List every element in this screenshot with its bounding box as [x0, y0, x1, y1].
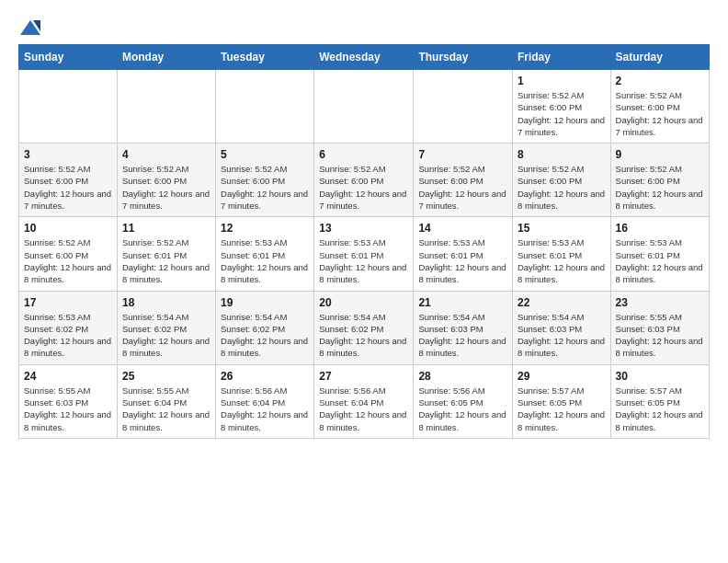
day-info: Sunrise: 5:55 AM Sunset: 6:03 PM Dayligh… [616, 311, 704, 360]
calendar-cell: 1Sunrise: 5:52 AM Sunset: 6:00 PM Daylig… [512, 70, 610, 144]
calendar-cell: 24Sunrise: 5:55 AM Sunset: 6:03 PM Dayli… [19, 364, 118, 438]
day-number: 13 [319, 222, 408, 235]
logo [18, 18, 40, 35]
calendar-cell: 15Sunrise: 5:53 AM Sunset: 6:01 PM Dayli… [512, 217, 610, 291]
day-number: 12 [221, 222, 309, 235]
day-number: 29 [518, 370, 606, 383]
day-number: 17 [24, 296, 112, 309]
day-info: Sunrise: 5:57 AM Sunset: 6:05 PM Dayligh… [518, 385, 606, 433]
calendar-cell: 22Sunrise: 5:54 AM Sunset: 6:03 PM Dayli… [512, 291, 610, 364]
calendar-cell: 27Sunrise: 5:56 AM Sunset: 6:04 PM Dayli… [314, 364, 414, 438]
day-number: 8 [518, 148, 606, 161]
day-info: Sunrise: 5:56 AM Sunset: 6:04 PM Dayligh… [319, 385, 408, 433]
calendar-cell [19, 70, 118, 144]
page-header [18, 18, 710, 35]
day-number: 11 [122, 222, 210, 235]
calendar-cell: 8Sunrise: 5:52 AM Sunset: 6:00 PM Daylig… [512, 144, 610, 217]
day-info: Sunrise: 5:52 AM Sunset: 6:00 PM Dayligh… [616, 163, 704, 212]
calendar-cell: 25Sunrise: 5:55 AM Sunset: 6:04 PM Dayli… [117, 364, 215, 438]
day-number: 1 [518, 75, 606, 87]
calendar-cell: 16Sunrise: 5:53 AM Sunset: 6:01 PM Dayli… [610, 217, 709, 291]
calendar-header-saturday: Saturday [610, 45, 709, 70]
day-number: 16 [616, 222, 704, 235]
day-number: 21 [418, 296, 507, 309]
day-info: Sunrise: 5:55 AM Sunset: 6:04 PM Dayligh… [122, 385, 210, 433]
day-number: 26 [221, 370, 309, 383]
calendar-cell: 6Sunrise: 5:52 AM Sunset: 6:00 PM Daylig… [314, 144, 414, 217]
day-number: 5 [221, 148, 309, 161]
day-info: Sunrise: 5:52 AM Sunset: 6:00 PM Dayligh… [518, 163, 606, 212]
day-number: 23 [616, 296, 704, 309]
day-number: 2 [616, 75, 704, 87]
calendar-cell [414, 70, 513, 144]
calendar-cell: 28Sunrise: 5:56 AM Sunset: 6:05 PM Dayli… [414, 364, 513, 438]
calendar-cell [216, 70, 314, 144]
day-info: Sunrise: 5:53 AM Sunset: 6:01 PM Dayligh… [221, 236, 309, 285]
calendar-week-row: 1Sunrise: 5:52 AM Sunset: 6:00 PM Daylig… [19, 70, 710, 144]
day-info: Sunrise: 5:52 AM Sunset: 6:00 PM Dayligh… [122, 163, 210, 212]
day-number: 22 [518, 296, 606, 309]
day-info: Sunrise: 5:54 AM Sunset: 6:02 PM Dayligh… [221, 311, 309, 360]
day-info: Sunrise: 5:57 AM Sunset: 6:05 PM Dayligh… [616, 385, 704, 433]
day-number: 9 [616, 148, 704, 161]
calendar-week-row: 3Sunrise: 5:52 AM Sunset: 6:00 PM Daylig… [19, 144, 710, 217]
calendar-table: SundayMondayTuesdayWednesdayThursdayFrid… [18, 44, 710, 439]
calendar-week-row: 24Sunrise: 5:55 AM Sunset: 6:03 PM Dayli… [19, 364, 710, 438]
day-number: 4 [122, 148, 210, 161]
calendar-cell: 10Sunrise: 5:52 AM Sunset: 6:00 PM Dayli… [19, 217, 118, 291]
day-info: Sunrise: 5:52 AM Sunset: 6:00 PM Dayligh… [319, 163, 408, 212]
day-info: Sunrise: 5:52 AM Sunset: 6:00 PM Dayligh… [616, 89, 704, 138]
calendar-header-row: SundayMondayTuesdayWednesdayThursdayFrid… [19, 45, 710, 70]
calendar-cell: 14Sunrise: 5:53 AM Sunset: 6:01 PM Dayli… [414, 217, 513, 291]
day-number: 6 [319, 148, 408, 161]
day-info: Sunrise: 5:52 AM Sunset: 6:00 PM Dayligh… [518, 89, 606, 138]
calendar-cell: 4Sunrise: 5:52 AM Sunset: 6:00 PM Daylig… [117, 144, 215, 217]
day-info: Sunrise: 5:52 AM Sunset: 6:00 PM Dayligh… [24, 236, 112, 285]
day-number: 24 [24, 370, 112, 383]
calendar-cell: 23Sunrise: 5:55 AM Sunset: 6:03 PM Dayli… [610, 291, 709, 364]
calendar-cell: 9Sunrise: 5:52 AM Sunset: 6:00 PM Daylig… [610, 144, 709, 217]
calendar-header-sunday: Sunday [19, 45, 118, 70]
calendar-cell: 17Sunrise: 5:53 AM Sunset: 6:02 PM Dayli… [19, 291, 118, 364]
day-info: Sunrise: 5:52 AM Sunset: 6:00 PM Dayligh… [24, 163, 112, 212]
day-info: Sunrise: 5:56 AM Sunset: 6:05 PM Dayligh… [418, 385, 507, 433]
calendar-week-row: 17Sunrise: 5:53 AM Sunset: 6:02 PM Dayli… [19, 291, 710, 364]
calendar-cell: 21Sunrise: 5:54 AM Sunset: 6:03 PM Dayli… [414, 291, 513, 364]
day-number: 7 [418, 148, 507, 161]
calendar-header-friday: Friday [512, 45, 610, 70]
day-info: Sunrise: 5:55 AM Sunset: 6:03 PM Dayligh… [24, 385, 112, 433]
day-number: 28 [418, 370, 507, 383]
day-info: Sunrise: 5:54 AM Sunset: 6:03 PM Dayligh… [518, 311, 606, 360]
calendar-header-tuesday: Tuesday [216, 45, 314, 70]
day-info: Sunrise: 5:52 AM Sunset: 6:00 PM Dayligh… [221, 163, 309, 212]
day-number: 30 [616, 370, 704, 383]
calendar-cell: 7Sunrise: 5:52 AM Sunset: 6:00 PM Daylig… [414, 144, 513, 217]
calendar-cell: 30Sunrise: 5:57 AM Sunset: 6:05 PM Dayli… [610, 364, 709, 438]
day-number: 14 [418, 222, 507, 235]
day-info: Sunrise: 5:52 AM Sunset: 6:01 PM Dayligh… [122, 236, 210, 285]
day-info: Sunrise: 5:54 AM Sunset: 6:03 PM Dayligh… [418, 311, 507, 360]
day-info: Sunrise: 5:53 AM Sunset: 6:01 PM Dayligh… [518, 236, 606, 285]
calendar-header-thursday: Thursday [414, 45, 513, 70]
logo-icon [20, 18, 40, 39]
day-number: 18 [122, 296, 210, 309]
day-number: 25 [122, 370, 210, 383]
calendar-cell: 12Sunrise: 5:53 AM Sunset: 6:01 PM Dayli… [216, 217, 314, 291]
calendar-cell [117, 70, 215, 144]
calendar-cell: 3Sunrise: 5:52 AM Sunset: 6:00 PM Daylig… [19, 144, 118, 217]
day-info: Sunrise: 5:52 AM Sunset: 6:00 PM Dayligh… [418, 163, 507, 212]
calendar-cell: 29Sunrise: 5:57 AM Sunset: 6:05 PM Dayli… [512, 364, 610, 438]
day-info: Sunrise: 5:54 AM Sunset: 6:02 PM Dayligh… [319, 311, 408, 360]
day-info: Sunrise: 5:53 AM Sunset: 6:01 PM Dayligh… [616, 236, 704, 285]
calendar-header-monday: Monday [117, 45, 215, 70]
calendar-cell: 13Sunrise: 5:53 AM Sunset: 6:01 PM Dayli… [314, 217, 414, 291]
calendar-cell: 2Sunrise: 5:52 AM Sunset: 6:00 PM Daylig… [610, 70, 709, 144]
calendar-cell: 19Sunrise: 5:54 AM Sunset: 6:02 PM Dayli… [216, 291, 314, 364]
day-info: Sunrise: 5:56 AM Sunset: 6:04 PM Dayligh… [221, 385, 309, 433]
day-number: 19 [221, 296, 309, 309]
calendar-cell: 5Sunrise: 5:52 AM Sunset: 6:00 PM Daylig… [216, 144, 314, 217]
day-number: 27 [319, 370, 408, 383]
day-number: 10 [24, 222, 112, 235]
day-info: Sunrise: 5:53 AM Sunset: 6:01 PM Dayligh… [319, 236, 408, 285]
calendar-header-wednesday: Wednesday [314, 45, 414, 70]
